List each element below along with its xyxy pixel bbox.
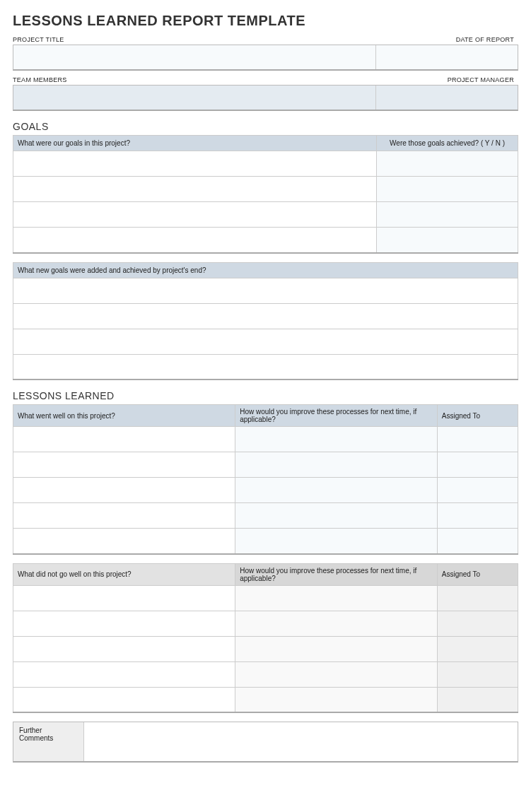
goals-table-2: What new goals were added and achieved b… bbox=[13, 262, 518, 381]
table-row bbox=[13, 202, 518, 228]
info-labels-1: PROJECT TITLE DATE OF REPORT bbox=[13, 36, 518, 43]
table-row bbox=[13, 427, 518, 452]
further-comments-field[interactable] bbox=[84, 722, 518, 761]
goal-cell[interactable] bbox=[13, 151, 377, 177]
well-what[interactable] bbox=[13, 529, 235, 554]
well-what[interactable] bbox=[13, 503, 235, 529]
well-improve[interactable] bbox=[235, 529, 438, 554]
table-row bbox=[13, 636, 518, 661]
notwell-improve[interactable] bbox=[235, 585, 438, 611]
notwell-assigned[interactable] bbox=[437, 636, 518, 661]
notwell-improve[interactable] bbox=[235, 687, 438, 712]
new-goal-cell[interactable] bbox=[13, 354, 518, 379]
well-improve[interactable] bbox=[235, 427, 438, 452]
goals-col-1: What were our goals in this project? bbox=[13, 136, 377, 151]
table-row bbox=[13, 329, 518, 354]
yn-cell[interactable] bbox=[377, 151, 518, 177]
goals-heading: GOALS bbox=[13, 121, 518, 132]
goal-cell[interactable] bbox=[13, 202, 377, 228]
yn-cell[interactable] bbox=[377, 177, 518, 202]
table-row bbox=[13, 228, 518, 253]
project-title-field[interactable] bbox=[13, 45, 376, 69]
table-row bbox=[13, 278, 518, 303]
notwell-assigned[interactable] bbox=[437, 687, 518, 712]
new-goal-cell[interactable] bbox=[13, 329, 518, 354]
went-well-table: What went well on this project? How woul… bbox=[13, 404, 518, 555]
table-row bbox=[13, 585, 518, 611]
team-members-field[interactable] bbox=[13, 86, 376, 110]
not-well-table: What did not go well on this project? Ho… bbox=[13, 563, 518, 714]
yn-cell[interactable] bbox=[377, 202, 518, 228]
goals-col-2: Were those goals achieved? ( Y / N ) bbox=[377, 136, 518, 151]
well-assigned[interactable] bbox=[437, 529, 518, 554]
notwell-what[interactable] bbox=[13, 585, 235, 611]
pm-label: PROJECT MANAGER bbox=[377, 76, 518, 83]
well-what[interactable] bbox=[13, 478, 235, 503]
page-title: LESSONS LEARNED REPORT TEMPLATE bbox=[13, 13, 518, 29]
well-assigned[interactable] bbox=[437, 503, 518, 529]
info-row-1 bbox=[13, 45, 518, 71]
new-goal-cell[interactable] bbox=[13, 278, 518, 303]
info-row-2 bbox=[13, 85, 518, 111]
further-comments-box: Further Comments bbox=[13, 722, 518, 763]
table-row bbox=[13, 661, 518, 687]
info-labels-2: TEAM MEMBERS PROJECT MANAGER bbox=[13, 76, 518, 83]
notwell-improve[interactable] bbox=[235, 661, 438, 687]
table-row bbox=[13, 354, 518, 379]
notwell-what[interactable] bbox=[13, 687, 235, 712]
table-row bbox=[13, 503, 518, 529]
well-col-2: How would you improve these processes fo… bbox=[235, 405, 438, 427]
notwell-assigned[interactable] bbox=[437, 585, 518, 611]
notwell-assigned[interactable] bbox=[437, 661, 518, 687]
date-field[interactable] bbox=[376, 45, 518, 69]
notwell-what[interactable] bbox=[13, 611, 235, 636]
notwell-col-1: What did not go well on this project? bbox=[13, 563, 235, 585]
table-row bbox=[13, 151, 518, 177]
table-row bbox=[13, 611, 518, 636]
notwell-col-2: How would you improve these processes fo… bbox=[235, 563, 438, 585]
goal-cell[interactable] bbox=[13, 177, 377, 202]
table-row bbox=[13, 478, 518, 503]
table-row bbox=[13, 529, 518, 554]
notwell-improve[interactable] bbox=[235, 636, 438, 661]
date-label: DATE OF REPORT bbox=[377, 36, 518, 43]
further-comments-label: Further Comments bbox=[13, 722, 84, 761]
notwell-what[interactable] bbox=[13, 636, 235, 661]
notwell-col-3: Assigned To bbox=[437, 563, 518, 585]
table-row bbox=[13, 177, 518, 202]
well-improve[interactable] bbox=[235, 452, 438, 478]
goals-table-1: What were our goals in this project? Wer… bbox=[13, 135, 518, 254]
well-improve[interactable] bbox=[235, 478, 438, 503]
notwell-what[interactable] bbox=[13, 661, 235, 687]
lessons-heading: LESSONS LEARNED bbox=[13, 390, 518, 401]
table-row bbox=[13, 303, 518, 329]
new-goal-cell[interactable] bbox=[13, 303, 518, 329]
project-title-label: PROJECT TITLE bbox=[13, 36, 377, 43]
well-assigned[interactable] bbox=[437, 427, 518, 452]
table-row bbox=[13, 452, 518, 478]
well-col-1: What went well on this project? bbox=[13, 405, 235, 427]
well-col-3: Assigned To bbox=[437, 405, 518, 427]
table-row bbox=[13, 687, 518, 712]
well-assigned[interactable] bbox=[437, 478, 518, 503]
well-assigned[interactable] bbox=[437, 452, 518, 478]
yn-cell[interactable] bbox=[377, 228, 518, 253]
notwell-assigned[interactable] bbox=[437, 611, 518, 636]
well-improve[interactable] bbox=[235, 503, 438, 529]
goal-cell[interactable] bbox=[13, 228, 377, 253]
notwell-improve[interactable] bbox=[235, 611, 438, 636]
team-members-label: TEAM MEMBERS bbox=[13, 76, 377, 83]
pm-field[interactable] bbox=[376, 86, 518, 110]
well-what[interactable] bbox=[13, 452, 235, 478]
new-goals-col: What new goals were added and achieved b… bbox=[13, 262, 518, 278]
well-what[interactable] bbox=[13, 427, 235, 452]
